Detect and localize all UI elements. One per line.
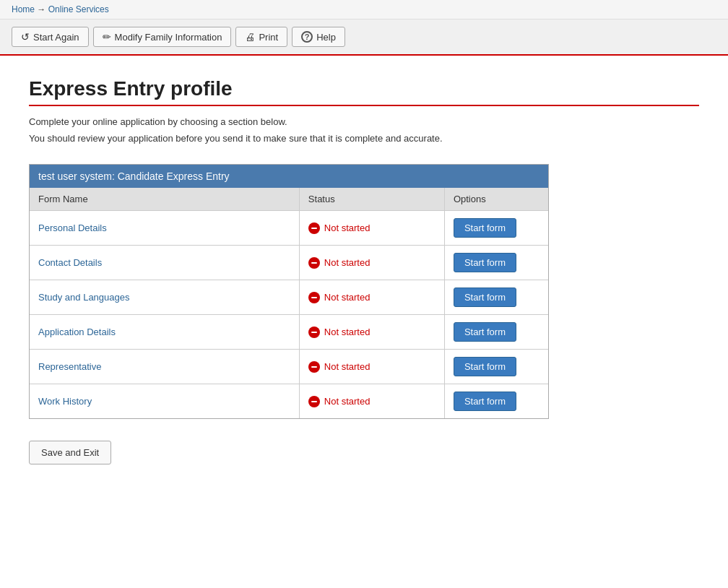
- toolbar: ↺ Start Again ✏ Modify Family Informatio…: [0, 20, 728, 56]
- description-1: Complete your online application by choo…: [29, 116, 699, 127]
- table-row: Work HistoryNot startedStart form: [30, 384, 548, 419]
- not-started-icon: [308, 257, 320, 269]
- breadcrumb: Home → Online Services: [0, 0, 728, 20]
- start-form-button[interactable]: Start form: [454, 287, 516, 307]
- start-again-label: Start Again: [33, 32, 79, 43]
- save-exit-button[interactable]: Save and Exit: [29, 441, 111, 464]
- help-label: Help: [316, 32, 336, 43]
- options-cell: Start form: [444, 350, 548, 384]
- status-text: Not started: [324, 327, 370, 337]
- start-again-button[interactable]: ↺ Start Again: [12, 27, 89, 47]
- help-icon: ?: [301, 31, 313, 43]
- status-cell: Not started: [299, 280, 444, 315]
- forms-table: Form Name Status Options Personal Detail…: [30, 188, 548, 418]
- start-again-icon: ↺: [21, 31, 30, 43]
- status-text: Not started: [324, 257, 370, 268]
- start-form-button[interactable]: Start form: [454, 253, 516, 272]
- status-cell: Not started: [299, 350, 444, 384]
- not-started-icon: [308, 396, 320, 407]
- table-row: Personal DetailsNot startedStart form: [30, 211, 548, 246]
- form-name-cell: Contact Details: [30, 246, 299, 280]
- start-form-button[interactable]: Start form: [454, 357, 516, 376]
- modify-family-button[interactable]: ✏ Modify Family Information: [93, 27, 232, 47]
- print-label: Print: [259, 32, 278, 43]
- breadcrumb-home[interactable]: Home: [12, 4, 35, 14]
- col-form-name: Form Name: [30, 188, 299, 211]
- modify-family-icon: ✏: [103, 31, 111, 43]
- description-2: You should review your application befor…: [29, 133, 699, 144]
- status-text: Not started: [324, 396, 370, 407]
- col-options: Options: [444, 188, 548, 211]
- not-started-icon: [308, 327, 320, 338]
- options-cell: Start form: [444, 280, 548, 315]
- not-started-icon: [308, 222, 320, 234]
- print-button[interactable]: 🖨 Print: [235, 27, 287, 47]
- table-header: test user system: Candidate Express Entr…: [30, 165, 548, 188]
- breadcrumb-arrow: →: [37, 4, 46, 14]
- form-name-cell: Application Details: [30, 315, 299, 350]
- options-cell: Start form: [444, 315, 548, 350]
- status-cell: Not started: [299, 211, 444, 246]
- main-content: Express Entry profile Complete your onli…: [0, 56, 728, 493]
- start-form-button[interactable]: Start form: [454, 322, 516, 342]
- form-name-cell: Study and Languages: [30, 280, 299, 315]
- table-row: RepresentativeNot startedStart form: [30, 350, 548, 384]
- status-cell: Not started: [299, 384, 444, 419]
- not-started-icon: [308, 292, 320, 303]
- status-cell: Not started: [299, 315, 444, 350]
- table-row: Application DetailsNot startedStart form: [30, 315, 548, 350]
- print-icon: 🖨: [245, 31, 255, 43]
- table-row: Contact DetailsNot startedStart form: [30, 246, 548, 280]
- options-cell: Start form: [444, 384, 548, 419]
- form-name-cell: Representative: [30, 350, 299, 384]
- forms-table-container: test user system: Candidate Express Entr…: [29, 164, 549, 419]
- page-title: Express Entry profile: [29, 77, 699, 100]
- status-text: Not started: [324, 292, 370, 303]
- modify-family-label: Modify Family Information: [115, 32, 222, 43]
- not-started-icon: [308, 361, 320, 373]
- start-form-button[interactable]: Start form: [454, 392, 516, 411]
- form-name-cell: Personal Details: [30, 211, 299, 246]
- status-text: Not started: [324, 222, 370, 233]
- breadcrumb-current[interactable]: Online Services: [48, 4, 109, 14]
- col-status: Status: [299, 188, 444, 211]
- help-button[interactable]: ? Help: [292, 27, 345, 47]
- form-name-cell: Work History: [30, 384, 299, 419]
- table-row: Study and LanguagesNot startedStart form: [30, 280, 548, 315]
- options-cell: Start form: [444, 211, 548, 246]
- start-form-button[interactable]: Start form: [454, 218, 516, 238]
- status-text: Not started: [324, 361, 370, 372]
- options-cell: Start form: [444, 246, 548, 280]
- status-cell: Not started: [299, 246, 444, 280]
